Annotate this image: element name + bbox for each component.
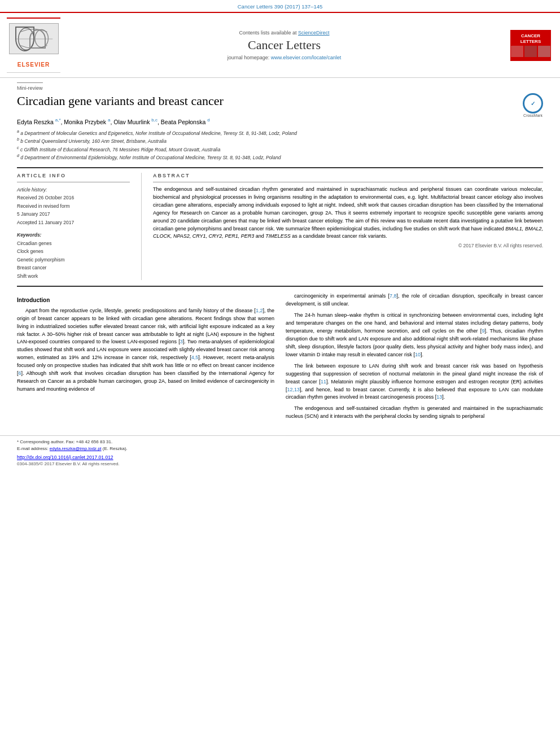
ref-12-13[interactable]: 12,13 <box>287 387 300 392</box>
intro-para-2: carcinogenicity in experimental animals … <box>286 292 543 308</box>
divider-thick <box>17 167 543 168</box>
body-col-left: Introduction Apart from the reproductive… <box>17 292 274 424</box>
footer-email-link[interactable]: edyta.reszka@imp.lodz.pl <box>50 446 102 451</box>
body-section: Introduction Apart from the reproductive… <box>17 292 543 424</box>
keyword-1: Circadian genes <box>17 239 130 247</box>
ref-7-8[interactable]: 7,8 <box>390 293 397 299</box>
crossmark-badge: ✓ CrossMark <box>523 93 543 117</box>
svg-point-1 <box>18 28 33 50</box>
affil-b: b b Central Queensland University, 160 A… <box>17 137 543 145</box>
article-info-heading: ARTICLE INFO <box>17 173 130 178</box>
journal-url[interactable]: www.elsevier.com/locate/canlet <box>271 55 342 60</box>
article-info-col: ARTICLE INFO Article history: Received 2… <box>17 173 130 280</box>
intro-para-4: The link between exposure to LAN during … <box>286 362 543 402</box>
cl-thumb-3 <box>538 46 550 57</box>
svg-rect-0 <box>10 24 58 54</box>
received-revised-label: Received in revised form <box>17 202 130 210</box>
footer-doi: http://dx.doi.org/10.1016/j.canlet.2017.… <box>17 455 543 460</box>
journal-center: Contents lists available at ScienceDirec… <box>66 30 502 60</box>
journal-reference: Cancer Letters 390 (2017) 137–145 <box>0 0 560 12</box>
footer-email: E-mail address: edyta.reszka@imp.lodz.pl… <box>17 445 543 452</box>
cl-logo-box: CANCERLETTERS <box>510 30 551 61</box>
cancer-letters-logo: CANCERLETTERS <box>508 30 553 61</box>
ref-6[interactable]: 6 <box>19 370 21 376</box>
abstract-col: ABSTRACT The endogenous and self-sustain… <box>153 173 543 280</box>
accepted-date: Accepted 11 January 2017 <box>17 219 130 226</box>
article-content: Mini-review Circadian gene variants and … <box>0 78 560 430</box>
affil-a: a a Department of Molecular Genetics and… <box>17 129 543 137</box>
sciencedirect-link[interactable]: ScienceDirect <box>298 30 330 36</box>
history-heading: Article history: <box>17 186 130 194</box>
ref-9[interactable]: 9 <box>482 328 484 334</box>
doi-link[interactable]: http://dx.doi.org/10.1016/j.canlet.2017.… <box>17 455 113 460</box>
divider-body <box>17 286 543 287</box>
cl-thumb-1 <box>511 46 523 57</box>
affil-c: c c Griffith Institute of Educational Re… <box>17 145 543 154</box>
journal-header: ELSEVIER Contents lists available at Sci… <box>0 12 560 78</box>
footer: * Corresponding author. Fax: +48 42 656 … <box>0 435 560 466</box>
article-type-label: Mini-review <box>17 82 43 91</box>
sd-link: Contents lists available at ScienceDirec… <box>66 30 502 36</box>
journal-title: Cancer Letters <box>66 38 502 53</box>
journal-homepage: journal homepage: www.elsevier.com/locat… <box>66 55 502 60</box>
abstract-copyright: © 2017 Elsevier B.V. All rights reserved… <box>153 243 543 248</box>
body-col-right: carcinogenicity in experimental animals … <box>286 292 543 424</box>
elsevier-label: ELSEVIER <box>18 62 50 68</box>
footer-footnote: * Corresponding author. Fax: +48 42 656 … <box>17 439 543 445</box>
elsevier-logo-section: ELSEVIER <box>7 18 60 73</box>
keyword-3: Genetic polymorphism <box>17 256 130 264</box>
ref-13b[interactable]: 13 <box>436 394 442 400</box>
keywords-section: Keywords: Circadian genes Clock genes Ge… <box>17 232 130 280</box>
cl-logo-text: CANCERLETTERS <box>520 33 541 44</box>
cl-thumb-2 <box>524 46 537 57</box>
crossmark-label: CrossMark <box>523 113 543 117</box>
ref-11[interactable]: 11 <box>321 379 326 385</box>
keywords-heading: Keywords: <box>17 232 130 238</box>
col-divider <box>141 173 142 280</box>
affiliations: a a Department of Molecular Genetics and… <box>17 129 543 161</box>
intro-para-1: Apart from the reproductive cycle, lifes… <box>17 307 274 394</box>
ref-4-5[interactable]: 4,5 <box>191 355 199 360</box>
elsevier-image <box>9 23 59 54</box>
intro-heading: Introduction <box>17 296 274 305</box>
article-history: Article history: Received 26 October 201… <box>17 186 130 226</box>
article-title: Circadian gene variants and breast cance… <box>17 93 224 110</box>
received-date: Received 26 October 2016 <box>17 194 130 202</box>
ref-1-2[interactable]: 1,2 <box>256 308 263 313</box>
abstract-heading: ABSTRACT <box>153 173 543 178</box>
abstract-text: The endogenous and self-sustained circad… <box>153 186 543 241</box>
revised-date: 5 January 2017 <box>17 210 130 218</box>
ref-10[interactable]: 10 <box>415 352 421 357</box>
affil-d: d d Department of Environmental Epidemio… <box>17 153 543 161</box>
authors-line: Edyta Reszka a,*, Monika Przybek a, Olav… <box>17 117 543 125</box>
intro-para-5: The endogenous and self-sustained circad… <box>286 405 543 421</box>
article-info-abstract: ARTICLE INFO Article history: Received 2… <box>17 173 543 280</box>
cl-logo-images <box>511 46 550 57</box>
footer-copyright: 0304-3835/© 2017 Elsevier B.V. All right… <box>17 461 543 466</box>
keyword-4: Breast cancer <box>17 264 130 272</box>
ref-3[interactable]: 3 <box>180 339 183 344</box>
keyword-5: Shift work <box>17 272 130 280</box>
intro-para-3: The 24-h human sleep–wake rhythm is crit… <box>286 312 543 359</box>
crossmark-circle: ✓ <box>523 93 543 113</box>
keyword-2: Clock genes <box>17 247 130 255</box>
keywords-list: Circadian genes Clock genes Genetic poly… <box>17 239 130 280</box>
